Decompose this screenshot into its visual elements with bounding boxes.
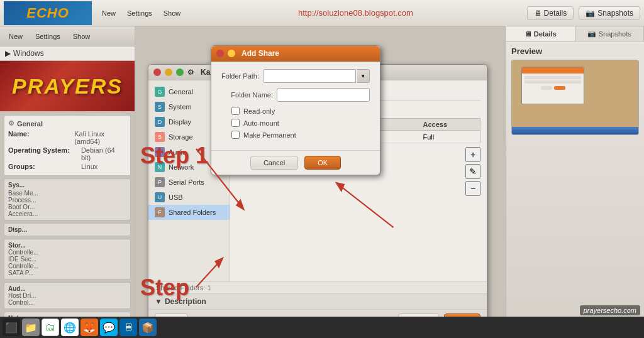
folder-path-label: Folder Path:: [221, 72, 259, 80]
description-label: Description: [165, 297, 206, 306]
sidebar-toolbar: New Settings Show: [0, 26, 135, 46]
new-sidebar-button[interactable]: New: [5, 31, 26, 41]
details-tab-icon: 🖥: [525, 30, 531, 38]
add-folder-button[interactable]: +: [465, 147, 480, 162]
details-button[interactable]: 🖥 Details: [527, 6, 574, 20]
display-icon: D: [155, 117, 165, 127]
folder-access-cell: Full: [419, 131, 480, 143]
settings-window-icon: ⚙: [187, 68, 194, 77]
details-icon: 🖥: [534, 9, 541, 18]
details-tab[interactable]: 🖥 Details: [506, 26, 575, 41]
network-icon: N: [155, 162, 165, 172]
remove-folder-button[interactable]: −: [465, 181, 480, 196]
dialog-buttons: Cancel OK: [211, 150, 380, 175]
shared-folders-count: Shared Folders: 1: [156, 284, 211, 292]
show-button[interactable]: Show: [160, 8, 185, 18]
preview-taskbar: [512, 127, 638, 134]
audio-icon: A: [155, 147, 165, 157]
groups-label: Groups:: [8, 163, 77, 170]
shared-folders-icon: F: [155, 207, 165, 217]
add-share-close-button[interactable]: [216, 50, 224, 57]
camera-icon: 📷: [586, 9, 595, 18]
taskbar-virtualbox[interactable]: 📦: [139, 319, 157, 336]
top-right-buttons: 🖥 Details 📷 Snapshots: [527, 6, 640, 20]
permanent-checkbox[interactable]: [231, 131, 240, 139]
show-sidebar-button[interactable]: Show: [69, 31, 94, 41]
os-value: Debian (64 bit): [81, 146, 126, 161]
edit-folder-button[interactable]: ✎: [465, 164, 480, 179]
windows-section[interactable]: ▶ Windows: [0, 46, 135, 61]
app-logo: ECHO: [4, 1, 92, 25]
folder-name-input[interactable]: [277, 88, 370, 102]
folder-path-input-group: ▾: [263, 69, 370, 83]
preview-title: Preview: [511, 46, 639, 56]
taskbar-firefox[interactable]: 🦊: [80, 319, 98, 336]
permanent-row: Make Permanent: [221, 131, 370, 139]
preview-thumbnail: [511, 60, 639, 135]
preview-content: [512, 60, 638, 127]
taskbar-folder[interactable]: 📁: [22, 319, 40, 336]
top-bar: ECHO New Settings Show http://soluzione0…: [0, 0, 644, 26]
prayers-text: PRAYERS: [12, 74, 123, 99]
logo-area: ECHO New Settings Show: [4, 1, 184, 25]
folder-name-row: Folder Name:: [221, 88, 370, 102]
snapshots-tab-icon: 📷: [587, 30, 596, 38]
folder-name-label: Folder Name:: [221, 91, 273, 99]
system-icon: S: [155, 102, 165, 112]
add-share-title: Add Share: [242, 49, 279, 58]
readonly-row: Read-only: [221, 107, 370, 115]
chevron-desc-icon: ▼: [155, 297, 162, 306]
automount-row: Auto-mount: [221, 119, 370, 127]
name-value: Kali Linux (amd64): [74, 130, 126, 145]
automount-checkbox[interactable]: [231, 119, 240, 127]
left-sidebar: New Settings Show ▶ Windows PRAYERS ⚙ Ge…: [0, 26, 135, 338]
os-label: Operating System:: [8, 146, 77, 161]
snapshots-button[interactable]: 📷 Snapshots: [579, 6, 640, 20]
new-button[interactable]: New: [98, 8, 119, 18]
settings-button[interactable]: Settings: [123, 8, 156, 18]
preview-mini-titlebar: [522, 67, 584, 74]
close-button[interactable]: [153, 68, 161, 76]
add-share-min-button[interactable]: [228, 50, 235, 57]
taskbar-files[interactable]: 🗂: [42, 319, 59, 336]
usb-icon: U: [155, 192, 165, 202]
preview-inner: [512, 60, 638, 134]
minimize-button[interactable]: [165, 68, 172, 76]
taskbar: ⬛ 📁 🗂 🌐 🦊 💬 🖥 📦: [0, 317, 644, 338]
right-panel-tabs: 🖥 Details 📷 Snapshots: [506, 26, 644, 41]
main-layout: New Settings Show ▶ Windows PRAYERS ⚙ Ge…: [0, 26, 644, 338]
add-share-ok-button[interactable]: OK: [304, 156, 341, 170]
serial-icon: P: [155, 177, 165, 187]
add-share-dialog: Add Share Folder Path: ▾ Folder Name: Re…: [211, 45, 380, 175]
taskbar-skype[interactable]: 💬: [100, 319, 118, 336]
readonly-label: Read-only: [243, 107, 275, 115]
readonly-checkbox[interactable]: [231, 107, 240, 115]
taskbar-teamviewer[interactable]: 🖥: [119, 319, 137, 336]
add-share-cancel-button[interactable]: Cancel: [250, 156, 298, 170]
settings-sidebar-button[interactable]: Settings: [31, 31, 64, 41]
col-access: Access: [419, 119, 480, 131]
snapshots-tab[interactable]: 📷 Snapshots: [575, 26, 645, 41]
storage-icon: S: [155, 132, 165, 142]
permanent-label: Make Permanent: [243, 131, 296, 139]
taskbar-terminal[interactable]: ⬛: [3, 319, 20, 336]
folder-path-input[interactable]: [263, 69, 356, 83]
folder-path-dropdown[interactable]: ▾: [357, 69, 370, 83]
prayers-banner: PRAYERS: [0, 61, 135, 111]
name-label: Name:: [8, 130, 70, 145]
nav-shared-folders[interactable]: F Shared Folders: [148, 205, 230, 220]
right-panel: 🖥 Details 📷 Snapshots Preview: [506, 26, 644, 338]
watermark: prayersecho.com: [580, 305, 640, 315]
taskbar-chrome[interactable]: 🌐: [61, 319, 79, 336]
add-share-titlebar: Add Share: [211, 46, 380, 62]
folder-path-row: Folder Path: ▾: [221, 69, 370, 83]
url-display: http://soluzione08.blogspot.com: [184, 8, 526, 18]
general-section-label: General: [17, 120, 43, 128]
automount-label: Auto-mount: [243, 119, 279, 127]
windows-label: Windows: [13, 49, 44, 58]
preview-area: Preview: [506, 41, 644, 338]
nav-serial-ports[interactable]: P Serial Ports: [148, 175, 230, 190]
nav-usb[interactable]: U USB: [148, 190, 230, 205]
snapshots-tab-label: Snapshots: [599, 30, 631, 38]
maximize-button[interactable]: [176, 68, 184, 76]
